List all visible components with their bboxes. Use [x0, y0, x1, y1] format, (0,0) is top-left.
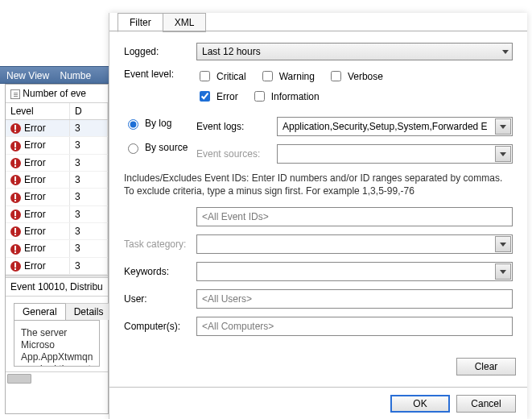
user-label: User:: [124, 293, 196, 305]
error-icon: [10, 193, 21, 203]
error-icon: [10, 244, 21, 255]
event-sources-combo[interactable]: [277, 144, 513, 164]
grid-body: Error3 Error3 Error3 Error3 Error3 Error…: [6, 120, 108, 275]
table-row[interactable]: Error3: [6, 155, 108, 172]
logged-combo[interactable]: Last 12 hours: [196, 43, 513, 60]
tab-filter[interactable]: Filter: [118, 13, 163, 32]
event-logs-combo[interactable]: Application,Security,Setup,System,Forwar…: [277, 117, 513, 136]
computers-label: Computer(s):: [124, 321, 196, 332]
event-list-pane: Number of eve Level D Error3 Error3 Erro…: [5, 84, 109, 414]
filter-panel: Logged: Last 12 hours Event level: Criti…: [109, 31, 527, 384]
table-row[interactable]: Error3: [6, 240, 108, 257]
table-row[interactable]: Error3: [6, 172, 108, 189]
cancel-button[interactable]: Cancel: [456, 395, 516, 413]
radio-by-log[interactable]: By log: [124, 117, 196, 130]
detail-tabs: General Details: [6, 297, 108, 320]
scroll-thumb[interactable]: [7, 374, 31, 384]
table-row[interactable]: Error3: [6, 137, 108, 154]
chevron-down-icon[interactable]: [495, 146, 511, 162]
chk-error[interactable]: Error: [196, 89, 238, 104]
logged-value: Last 12 hours: [202, 46, 261, 57]
detail-body: The server Microso App.AppXtwmqn require…: [14, 320, 100, 367]
h-scrollbar[interactable]: [6, 371, 108, 385]
chevron-down-icon: [502, 50, 509, 54]
task-category-label: Task category:: [124, 239, 196, 250]
table-row[interactable]: Error3: [6, 189, 108, 205]
clear-button[interactable]: Clear: [456, 358, 516, 375]
keywords-combo[interactable]: [196, 262, 513, 281]
event-level-label: Event level:: [124, 68, 196, 80]
table-row[interactable]: Error3: [6, 258, 108, 275]
event-sources-label: Event sources:: [196, 148, 269, 160]
event-ids-input[interactable]: [196, 207, 513, 226]
chevron-down-icon[interactable]: [495, 236, 511, 252]
table-row[interactable]: Error3: [6, 120, 108, 137]
filter-icon: [10, 89, 20, 99]
filter-bar: Number of eve: [6, 85, 108, 103]
error-icon: [10, 210, 21, 220]
error-icon: [10, 141, 21, 151]
help-text: Includes/Excludes Event IDs: Enter ID nu…: [124, 172, 513, 197]
number-label: Numbe: [60, 67, 91, 85]
radio-by-source[interactable]: By source: [124, 141, 196, 154]
tab-xml[interactable]: XML: [163, 13, 207, 32]
col-level[interactable]: Level: [6, 103, 70, 119]
grid-header: Level D: [6, 103, 108, 120]
error-icon: [10, 226, 21, 237]
tab-details[interactable]: Details: [65, 303, 113, 320]
table-row[interactable]: Error3: [6, 223, 108, 240]
dialog-tabs: Filter XML: [118, 13, 205, 32]
chk-information[interactable]: Information: [251, 89, 320, 104]
dialog-footer: OK Cancel: [109, 387, 527, 419]
computers-input[interactable]: [196, 317, 513, 336]
error-icon: [10, 123, 21, 134]
col-d[interactable]: D: [70, 103, 108, 119]
event-logs-label: Event logs:: [196, 121, 269, 132]
keywords-label: Keywords:: [124, 266, 196, 277]
filter-text: Number of eve: [23, 88, 86, 99]
new-view-link[interactable]: New View: [6, 67, 49, 85]
logged-label: Logged:: [124, 46, 196, 57]
error-icon: [10, 158, 21, 168]
tab-general[interactable]: General: [14, 303, 66, 320]
viewer-toolbar: New View Numbe: [0, 66, 109, 84]
chevron-down-icon[interactable]: [495, 118, 511, 135]
chk-verbose[interactable]: Verbose: [328, 68, 383, 84]
table-row[interactable]: Error3: [6, 206, 108, 223]
ok-button[interactable]: OK: [390, 395, 450, 413]
error-icon: [10, 261, 21, 272]
chk-critical[interactable]: Critical: [196, 68, 246, 84]
detail-header: Event 10010, Distribu: [6, 278, 108, 297]
user-input[interactable]: [196, 289, 513, 309]
chevron-down-icon[interactable]: [495, 263, 511, 280]
error-icon: [10, 175, 21, 185]
filter-dialog: Filter XML Logged: Last 12 hours Event l…: [109, 13, 527, 419]
task-category-combo[interactable]: [196, 234, 513, 254]
chk-warning[interactable]: Warning: [259, 68, 315, 84]
